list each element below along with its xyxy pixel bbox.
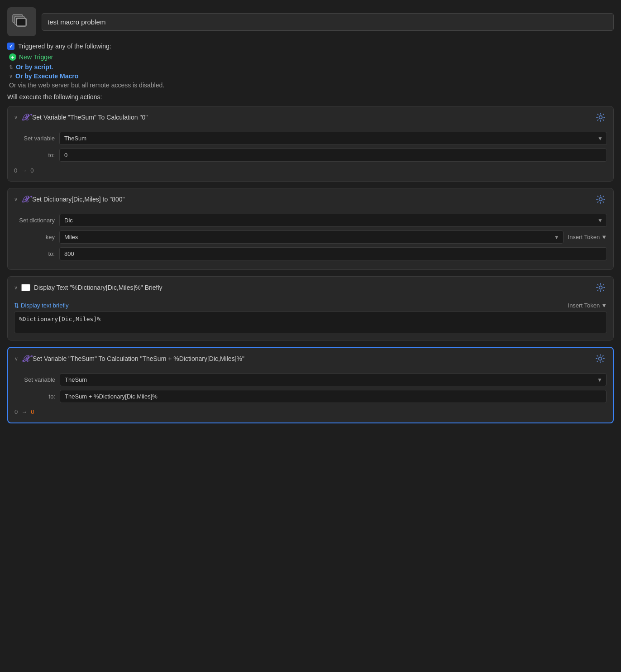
action4-collapse-icon[interactable]: ∨ (14, 356, 18, 362)
action4-gear-icon (595, 354, 605, 364)
header-row (7, 7, 614, 36)
new-trigger-row: + New Trigger (9, 53, 614, 61)
action2-insert-token-button[interactable]: Insert Token ▼ (568, 234, 607, 240)
trigger-script-item[interactable]: ⇅ Or by script. (9, 63, 614, 71)
action3-collapse-icon[interactable]: ∨ (14, 285, 18, 291)
action1-x-icon: 𝒳 (21, 112, 29, 123)
new-trigger-plus-icon[interactable]: + (9, 53, 16, 61)
action1-gear-icon (596, 112, 606, 122)
action-card-3: ∨ Display Text "%Dictionary[Dic,Miles]%"… (7, 276, 614, 341)
macro-name-input[interactable] (42, 13, 614, 31)
script-chevron-icon: ⇅ (9, 64, 13, 70)
action4-setvariable-input-wrapper: ▼ (60, 373, 607, 386)
action2-setdict-row: Set dictionary ▼ (14, 214, 607, 227)
action-header-left-4: ∨ 𝒳 Set Variable "TheSum" To Calculation… (14, 354, 244, 364)
action2-to-label: to: (14, 250, 55, 257)
action4-set-label: Set variable (14, 376, 55, 383)
action1-to-input[interactable] (59, 149, 607, 162)
action1-gear-button[interactable] (594, 111, 607, 124)
action2-setdict-input[interactable] (60, 214, 594, 226)
action-header-left-3: ∨ Display Text "%Dictionary[Dic,Miles]%"… (14, 284, 162, 291)
action2-x-icon: 𝒳 (21, 194, 29, 205)
action2-gear-button[interactable] (594, 193, 607, 206)
svg-point-6 (599, 286, 602, 289)
action3-display-icon (21, 284, 30, 291)
action3-text-area[interactable]: %Dictionary[Dic,Miles]% (14, 312, 607, 333)
action3-body: ⇅ Display text briefly Insert Token ▼ %D… (8, 298, 613, 340)
trigger-execute-macro-item[interactable]: ∨ Or by Execute Macro (9, 72, 614, 80)
action1-result-arrow: → (21, 167, 27, 174)
action4-setvariable-row: Set variable ▼ (14, 373, 607, 386)
action1-result-from: 0 (14, 167, 17, 174)
trigger-checkbox[interactable] (7, 43, 14, 50)
action2-key-input[interactable] (60, 231, 550, 243)
action-header-2: ∨ 𝒳 Set Dictionary[Dic,Miles] to "800" (8, 188, 613, 210)
action-header-3: ∨ Display Text "%Dictionary[Dic,Miles]%"… (8, 277, 613, 298)
action4-x-icon: 𝒳 (22, 354, 29, 364)
action1-result-row: 0 → 0 (14, 165, 607, 176)
action1-set-label: Set variable (14, 135, 55, 142)
action2-collapse-icon[interactable]: ∨ (14, 197, 18, 202)
action-card-4: ∨ 𝒳 Set Variable "TheSum" To Calculation… (7, 347, 614, 423)
trigger-header: Triggered by any of the following: (7, 43, 614, 50)
action-card-1: ∨ 𝒳 Set Variable "TheSum" To Calculation… (7, 106, 614, 182)
action2-insert-token-chevron: ▼ (601, 234, 607, 240)
action4-to-label: to: (14, 393, 55, 400)
action-header-left-1: ∨ 𝒳 Set Variable "TheSum" To Calculation… (14, 112, 148, 123)
action2-title: Set Dictionary[Dic,Miles] to "800" (32, 196, 124, 203)
action2-gear-icon (596, 194, 606, 204)
action1-setvariable-input[interactable] (60, 132, 594, 144)
action2-to-input[interactable] (59, 247, 607, 260)
action1-setvariable-dropdown-icon[interactable]: ▼ (594, 135, 607, 142)
execute-macro-chevron-icon: ∨ (9, 73, 13, 79)
action2-to-row: to: (14, 247, 607, 260)
action3-gear-button[interactable] (594, 281, 607, 294)
action3-display-arrows-icon: ⇅ (14, 302, 19, 309)
action3-gear-icon (596, 283, 606, 293)
action1-result-to: 0 (30, 167, 33, 174)
svg-point-7 (599, 357, 602, 360)
action3-display-link[interactable]: ⇅ Display text briefly (14, 302, 68, 309)
action1-body: Set variable ▼ to: 0 → 0 (8, 128, 613, 181)
action-card-2: ∨ 𝒳 Set Dictionary[Dic,Miles] to "800" S… (7, 188, 614, 270)
action-header-left-2: ∨ 𝒳 Set Dictionary[Dic,Miles] to "800" (14, 194, 124, 205)
action2-key-dropdown-icon[interactable]: ▼ (550, 234, 563, 240)
action4-title: Set Variable "TheSum" To Calculation "Th… (33, 355, 244, 362)
trigger-script-label: Or by script. (16, 63, 53, 71)
new-trigger-label[interactable]: New Trigger (19, 53, 53, 61)
action-header-4: ∨ 𝒳 Set Variable "TheSum" To Calculation… (8, 348, 613, 370)
action1-to-label: to: (14, 152, 55, 158)
action4-body: Set variable ▼ to: 0 → 0 (8, 370, 613, 422)
action4-to-input[interactable] (60, 390, 607, 403)
action4-setvariable-dropdown-icon[interactable]: ▼ (593, 377, 606, 383)
will-execute-label: Will execute the following actions: (7, 93, 614, 101)
action1-title: Set Variable "TheSum" To Calculation "0" (32, 114, 148, 121)
action1-to-row: to: (14, 149, 607, 162)
action4-result-row: 0 → 0 (14, 407, 607, 417)
action3-display-link-row: ⇅ Display text briefly Insert Token ▼ (14, 302, 607, 309)
trigger-section: Triggered by any of the following: + New… (7, 43, 614, 101)
svg-point-4 (599, 116, 602, 119)
action4-result-arrow: → (21, 408, 27, 415)
action1-setvariable-input-wrapper: ▼ (59, 132, 607, 145)
action3-insert-token-label: Insert Token (568, 302, 600, 309)
svg-point-5 (599, 198, 602, 201)
action2-key-row: key ▼ Insert Token ▼ (14, 230, 607, 244)
trigger-execute-macro-label: Or by Execute Macro (15, 72, 78, 80)
action1-setvariable-row: Set variable ▼ (14, 132, 607, 145)
action2-set-label: Set dictionary (14, 217, 55, 224)
action2-key-label: key (14, 234, 55, 240)
action4-result-to: 0 (31, 408, 34, 415)
trigger-label: Triggered by any of the following: (18, 43, 111, 50)
action4-gear-button[interactable] (594, 352, 607, 365)
action3-insert-token-button[interactable]: Insert Token ▼ (568, 302, 607, 309)
action2-body: Set dictionary ▼ key ▼ Insert Token ▼ to… (8, 210, 613, 269)
action3-title: Display Text "%Dictionary[Dic,Miles]%" B… (34, 284, 162, 291)
action4-result-from: 0 (14, 408, 18, 415)
action-header-1: ∨ 𝒳 Set Variable "TheSum" To Calculation… (8, 106, 613, 128)
action4-setvariable-input[interactable] (60, 374, 593, 386)
svg-rect-3 (17, 19, 25, 25)
action2-insert-token-label: Insert Token (568, 234, 600, 240)
action2-setdict-dropdown-icon[interactable]: ▼ (594, 217, 607, 224)
action1-collapse-icon[interactable]: ∨ (14, 115, 18, 120)
